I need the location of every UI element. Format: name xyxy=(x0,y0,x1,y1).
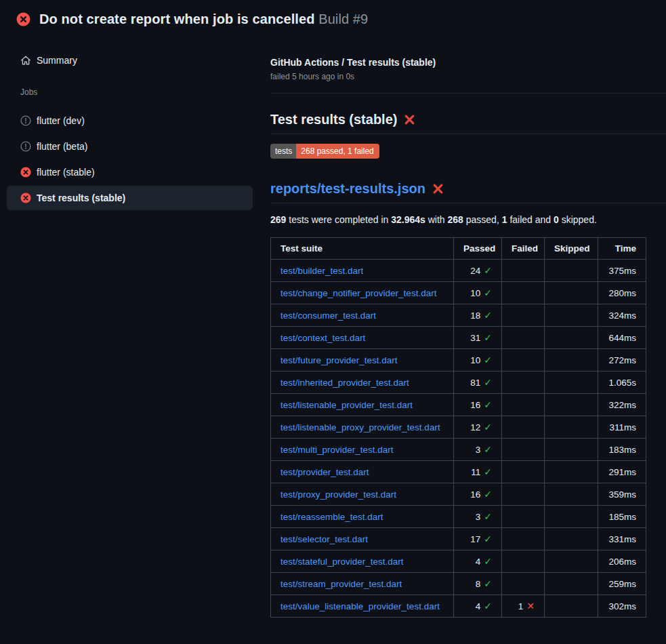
sidebar-item-label: Test results (stable) xyxy=(37,193,125,203)
table-row: test/future_provider_test.dart 10✓ 272ms xyxy=(271,349,646,371)
time-value: 291ms xyxy=(608,467,636,477)
run-title: Do not create report when job is cancell… xyxy=(39,12,368,27)
test-suite-link[interactable]: test/listenable_provider_test.dart xyxy=(280,400,413,410)
table-row: test/reassemble_test.dart 3✓ 185ms xyxy=(271,506,646,528)
passed-count: 11 xyxy=(471,467,480,477)
passed-count: 24 xyxy=(470,266,480,276)
check-icon: ✓ xyxy=(484,444,492,455)
x-icon: ✕ xyxy=(526,601,535,611)
summary-text: failed and xyxy=(507,214,554,225)
passed-count: 16 xyxy=(470,400,480,410)
sidebar-item-test-results-stable[interactable]: Test results (stable) xyxy=(7,186,253,210)
passed-count: 10 xyxy=(470,288,480,298)
home-icon xyxy=(20,55,31,66)
check-icon: ✓ xyxy=(484,556,492,567)
column-header-failed: Failed xyxy=(502,238,545,260)
passed-count: 3 xyxy=(476,512,481,522)
skipped-count: 0 xyxy=(554,214,559,225)
time-value: 302ms xyxy=(608,601,636,611)
table-row: test/stateful_provider_test.dart 4✓ 206m… xyxy=(271,550,646,573)
test-suite-link[interactable]: test/reassemble_test.dart xyxy=(280,512,383,522)
check-icon: ✓ xyxy=(484,489,492,500)
check-icon: ✓ xyxy=(484,399,492,410)
check-icon: ✓ xyxy=(484,601,492,611)
check-icon: ✓ xyxy=(484,355,492,365)
test-suite-link[interactable]: test/multi_provider_test.dart xyxy=(280,445,394,455)
table-row: test/listenable_proxy_provider_test.dart… xyxy=(271,416,646,439)
passed-count: 18 xyxy=(470,310,480,321)
table-row: test/multi_provider_test.dart 3✓ 183ms xyxy=(271,439,646,461)
table-row: test/stream_provider_test.dart 8✓ 259ms xyxy=(271,573,646,595)
results-summary: 269 tests were completed in 32.964s with… xyxy=(270,214,666,225)
sidebar: Summary Jobs flutter (dev) flutter (beta… xyxy=(0,36,259,212)
test-suite-link[interactable]: test/stateful_provider_test.dart xyxy=(280,557,404,567)
test-suite-link[interactable]: test/consumer_test.dart xyxy=(280,310,376,321)
test-suite-link[interactable]: test/context_test.dart xyxy=(280,333,365,343)
column-header-skipped: Skipped xyxy=(545,238,598,260)
passed-count: 10 xyxy=(470,355,480,365)
test-suite-link[interactable]: test/inherited_provider_test.dart xyxy=(280,378,409,388)
run-header: Do not create report when job is cancell… xyxy=(0,0,666,36)
time-value: 272ms xyxy=(608,355,636,365)
build-number: Build #9 xyxy=(318,12,368,26)
run-meta: failed 5 hours ago in 0s xyxy=(270,72,666,81)
check-icon: ✓ xyxy=(484,377,492,388)
time-value: 259ms xyxy=(608,579,636,589)
test-suite-link[interactable]: test/builder_test.dart xyxy=(280,266,363,276)
passed-count: 12 xyxy=(470,422,480,432)
passed-count: 3 xyxy=(476,445,481,455)
sidebar-item-label: flutter (dev) xyxy=(37,115,85,126)
x-circle-icon xyxy=(20,193,31,203)
main-content: GitHub Actions / Test results (stable) f… xyxy=(259,36,666,618)
passed-count: 8 xyxy=(476,579,481,589)
test-suite-link[interactable]: test/value_listenable_provider_test.dart xyxy=(280,601,440,611)
duration-value: 32.964s xyxy=(391,214,425,225)
table-row: test/change_notifier_provider_test.dart … xyxy=(271,282,646,304)
check-icon: ✓ xyxy=(484,310,492,321)
section-title-text: Test results (stable) xyxy=(270,112,397,127)
test-suite-link[interactable]: test/change_notifier_provider_test.dart xyxy=(280,288,436,298)
sidebar-item-flutter-dev[interactable]: flutter (dev) xyxy=(7,108,253,133)
breadcrumb: GitHub Actions / Test results (stable) xyxy=(270,57,666,68)
test-suite-link[interactable]: test/proxy_provider_test.dart xyxy=(280,489,396,500)
check-icon: ✓ xyxy=(484,466,492,477)
failed-count: 1 xyxy=(502,214,507,225)
summary-text: with xyxy=(425,214,448,225)
sidebar-item-label: flutter (beta) xyxy=(37,141,87,152)
time-value: 206ms xyxy=(608,557,636,567)
alert-circle-icon xyxy=(20,115,31,126)
table-row: test/inherited_provider_test.dart 81✓ 1.… xyxy=(271,371,646,394)
table-row: test/consumer_test.dart 18✓ 324ms xyxy=(271,304,646,327)
test-suite-link[interactable]: test/provider_test.dart xyxy=(280,467,369,477)
red-x-icon xyxy=(432,183,444,195)
check-icon: ✓ xyxy=(484,332,492,343)
passed-count: 81 xyxy=(470,378,480,388)
table-row: test/value_listenable_provider_test.dart… xyxy=(271,595,646,618)
badge-label: tests xyxy=(270,144,296,159)
time-value: 324ms xyxy=(608,310,636,321)
failed-count: 1 xyxy=(518,601,524,611)
test-suite-link[interactable]: test/stream_provider_test.dart xyxy=(280,579,402,589)
test-suite-link[interactable]: test/selector_test.dart xyxy=(280,534,368,544)
test-suite-link[interactable]: test/listenable_proxy_provider_test.dart xyxy=(280,422,440,432)
sidebar-item-flutter-stable[interactable]: flutter (stable) xyxy=(7,160,253,184)
table-header-row: Test suite Passed Failed Skipped Time xyxy=(271,238,646,260)
sidebar-item-flutter-beta[interactable]: flutter (beta) xyxy=(7,134,253,159)
summary-text: skipped. xyxy=(559,214,597,225)
table-row: test/proxy_provider_test.dart 16✓ 359ms xyxy=(271,483,646,506)
sidebar-item-summary[interactable]: Summary xyxy=(7,51,253,70)
check-icon: ✓ xyxy=(484,511,492,522)
column-header-passed: Passed xyxy=(454,238,502,260)
run-title-text: Do not create report when job is cancell… xyxy=(39,12,315,26)
column-header-time: Time xyxy=(598,238,646,260)
test-suite-link[interactable]: test/future_provider_test.dart xyxy=(280,355,398,365)
tests-badge: tests 268 passed, 1 failed xyxy=(270,144,379,159)
table-row: test/context_test.dart 31✓ 644ms xyxy=(271,327,646,349)
x-circle-icon xyxy=(16,12,30,26)
summary-text: tests were completed in xyxy=(286,214,391,225)
alert-circle-icon xyxy=(20,141,31,152)
jobs-section-label: Jobs xyxy=(0,87,259,97)
divider xyxy=(270,93,666,94)
x-circle-icon xyxy=(20,167,31,178)
report-file-link[interactable]: reports/test-results.json xyxy=(270,181,425,197)
